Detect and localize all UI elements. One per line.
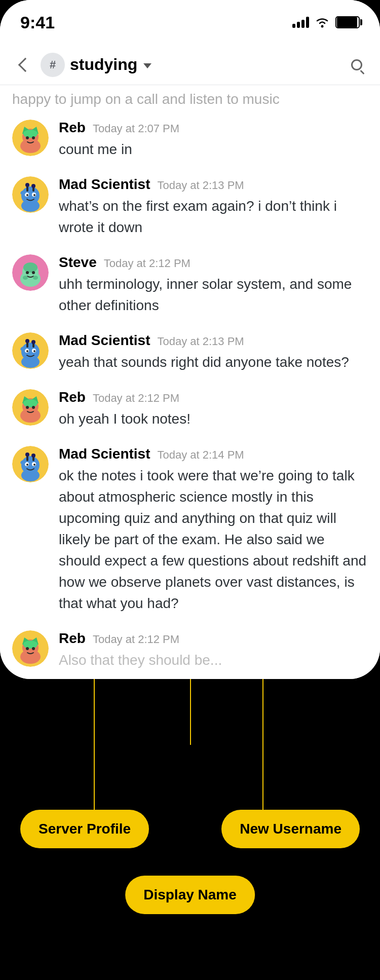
avatar [12, 446, 49, 482]
search-icon [351, 59, 362, 70]
message-content: Mad Scientist Today at 2:14 PM ok the no… [59, 446, 368, 614]
svg-point-34 [33, 350, 35, 352]
svg-point-53 [33, 464, 35, 466]
message-timestamp: Today at 2:07 PM [93, 122, 179, 135]
message-username: Reb [59, 389, 86, 405]
connector-line-server [94, 679, 95, 811]
svg-point-13 [26, 194, 28, 196]
channel-name-area[interactable]: # studying [41, 53, 346, 77]
status-time: 9:41 [20, 13, 55, 32]
svg-point-26 [23, 276, 28, 280]
svg-point-56 [25, 453, 29, 457]
avatar [12, 120, 49, 156]
message-content: Reb Today at 2:12 PM Also that they shou… [59, 630, 368, 671]
message-text: what’s on the first exam again? i don’t … [59, 196, 368, 238]
message-group: Mad Scientist Today at 2:14 PM ok the no… [0, 438, 380, 622]
message-header: Steve Today at 2:12 PM [59, 254, 368, 271]
svg-point-24 [26, 271, 29, 274]
avatar [12, 332, 49, 369]
svg-point-5 [23, 130, 37, 138]
svg-point-39 [31, 340, 35, 344]
svg-point-63 [23, 640, 37, 649]
svg-point-49 [21, 469, 40, 481]
new-username-label: New Username [240, 821, 341, 837]
server-profile-annotation[interactable]: Server Profile [20, 810, 149, 848]
svg-point-30 [21, 356, 40, 368]
message-text: count me in [59, 139, 368, 160]
message-header: Mad Scientist Today at 2:14 PM [59, 446, 368, 462]
svg-point-52 [26, 464, 28, 466]
message-content: Mad Scientist Today at 2:13 PM what’s on… [59, 176, 368, 238]
display-name-annotation[interactable]: Display Name [125, 876, 255, 914]
svg-point-27 [33, 276, 38, 280]
avatar [12, 389, 49, 426]
message-username: Mad Scientist [59, 446, 150, 462]
svg-point-14 [33, 194, 35, 196]
battery-icon [335, 16, 360, 28]
message-content: Mad Scientist Today at 2:13 PM yeah that… [59, 332, 368, 373]
chevron-down-icon [143, 63, 151, 68]
message-username: Mad Scientist [59, 176, 150, 193]
avatar [12, 254, 49, 291]
message-header: Reb Today at 2:07 PM [59, 120, 368, 136]
message-group: Reb Today at 2:07 PM count me in [0, 111, 380, 168]
channel-header: # studying [0, 45, 380, 85]
server-profile-label: Server Profile [39, 821, 131, 837]
message-header: Mad Scientist Today at 2:13 PM [59, 332, 368, 349]
message-text: Also that they should be... [59, 650, 368, 671]
connector-line-display [190, 679, 191, 745]
svg-point-45 [26, 406, 29, 409]
svg-point-44 [23, 399, 37, 407]
message-timestamp: Today at 2:12 PM [104, 257, 191, 270]
svg-point-17 [25, 183, 29, 187]
message-group: Mad Scientist Today at 2:13 PM yeah that… [0, 324, 380, 381]
wifi-icon [315, 17, 329, 28]
connector-line-username [262, 679, 263, 811]
svg-point-7 [32, 136, 35, 139]
message-username: Steve [59, 254, 97, 271]
avatar [12, 176, 49, 213]
status-icons [292, 16, 360, 28]
svg-point-25 [32, 271, 35, 274]
message-username: Reb [59, 120, 86, 136]
status-bar: 9:41 [0, 0, 380, 45]
message-text: ok the notes i took were that we’re goin… [59, 465, 368, 614]
message-text: uhh terminology, inner solar system, and… [59, 274, 368, 316]
svg-point-65 [32, 647, 35, 650]
message-group: Reb Today at 2:12 PM Also that they shou… [0, 622, 380, 679]
svg-point-23 [23, 262, 37, 273]
message-timestamp: Today at 2:13 PM [157, 179, 244, 192]
back-button[interactable] [12, 54, 34, 76]
new-username-annotation[interactable]: New Username [221, 810, 360, 848]
message-timestamp: Today at 2:12 PM [93, 392, 179, 405]
message-timestamp: Today at 2:13 PM [157, 335, 244, 348]
svg-point-64 [26, 647, 29, 650]
message-group: Mad Scientist Today at 2:13 PM what’s on… [0, 168, 380, 246]
message-timestamp: Today at 2:12 PM [93, 633, 179, 646]
hash-icon: # [41, 53, 65, 77]
svg-point-10 [21, 200, 40, 212]
message-header: Reb Today at 2:12 PM [59, 389, 368, 405]
message-username: Reb [59, 630, 86, 647]
display-name-label: Display Name [143, 887, 237, 903]
message-username: Mad Scientist [59, 332, 150, 349]
svg-point-37 [25, 339, 29, 343]
signal-icon [292, 17, 309, 28]
message-group: Steve Today at 2:12 PM uhh terminology, … [0, 246, 380, 324]
svg-point-33 [26, 350, 28, 352]
svg-point-0 [321, 25, 324, 28]
annotation-layer: Server Profile Display Name New Username [0, 679, 380, 980]
message-content: Reb Today at 2:07 PM count me in [59, 120, 368, 160]
message-timestamp: Today at 2:14 PM [157, 448, 244, 462]
svg-point-6 [26, 136, 29, 139]
message-content: Reb Today at 2:12 PM oh yeah I took note… [59, 389, 368, 430]
back-arrow-icon [18, 57, 32, 71]
search-button[interactable] [346, 54, 368, 76]
message-text: oh yeah I took notes! [59, 408, 368, 430]
messages-area: happy to jump on a call and listen to mu… [0, 85, 380, 679]
avatar [12, 630, 49, 667]
message-header: Mad Scientist Today at 2:13 PM [59, 176, 368, 193]
svg-point-46 [32, 406, 35, 409]
message-content: Steve Today at 2:12 PM uhh terminology, … [59, 254, 368, 316]
message-text: yeah that sounds right did anyone take n… [59, 352, 368, 373]
